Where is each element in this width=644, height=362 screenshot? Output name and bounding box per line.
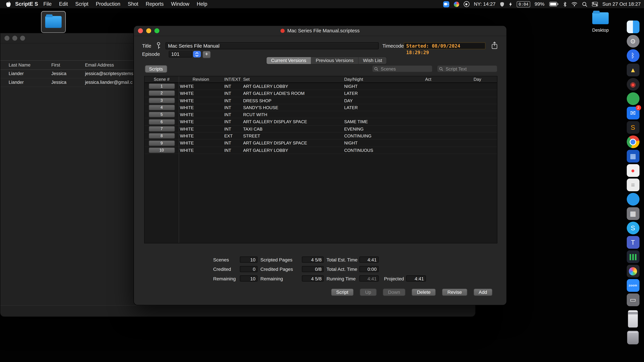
credited-pages-value[interactable]: 0/8 [302, 266, 324, 272]
projected-value[interactable]: 4:41 [406, 275, 426, 282]
close-button[interactable] [138, 28, 143, 33]
desktop-folder[interactable]: Desktop [591, 12, 610, 32]
menu-shot[interactable]: Shot [124, 1, 142, 7]
shield-icon[interactable] [500, 1, 505, 7]
trash-icon[interactable] [627, 331, 639, 345]
charts-icon[interactable] [626, 250, 639, 263]
scene-table-body[interactable]: 1WHITEINTART GALLERY LOBBYNIGHT2WHITEINT… [144, 83, 497, 154]
column-header[interactable]: Day/Night [343, 76, 424, 83]
delete-button[interactable]: Delete [412, 289, 436, 296]
column-header[interactable]: Scene # [144, 76, 178, 83]
zoom-icon[interactable]: zoom [626, 279, 639, 292]
selected-folder-icon[interactable] [41, 11, 66, 33]
tab-current-versions[interactable]: Current Versions [266, 57, 311, 64]
skype-icon[interactable]: S [626, 222, 639, 234]
zoom-button[interactable] [20, 36, 25, 40]
wifi-icon[interactable] [571, 2, 578, 6]
down-button[interactable]: Down [383, 289, 406, 296]
scene-number-button[interactable]: 8 [148, 133, 175, 139]
column-header[interactable]: First [51, 61, 60, 69]
scene-row[interactable]: 7WHITEINTTAXI CABEVENING [144, 125, 497, 133]
bluetooth-exchange-icon[interactable]: ᛒ [626, 49, 639, 62]
system-settings-icon[interactable]: ⚙ [626, 35, 639, 48]
record-timer[interactable]: 0:04 [517, 1, 530, 7]
remaining-value[interactable]: 10 [240, 275, 258, 282]
scripts-button[interactable]: Scripts [145, 65, 167, 72]
menu-reports[interactable]: Reports [142, 1, 167, 7]
column-header[interactable]: Revision [178, 76, 223, 83]
menu-edit[interactable]: Edit [55, 1, 72, 7]
notes-icon[interactable]: ≡ [626, 178, 639, 191]
battery-icon[interactable] [549, 2, 558, 6]
remote-desktop-icon[interactable]: ▭ [626, 294, 639, 306]
app-menu-title[interactable]: ScriptE S [15, 1, 38, 7]
scene-number-button[interactable]: 6 [148, 119, 175, 124]
column-header[interactable]: Day [472, 76, 497, 83]
scripte-icon[interactable]: S [626, 121, 639, 134]
add-episode-button[interactable]: + [202, 51, 211, 58]
titlebar[interactable]: Mac Series File Manual.scriptess [134, 26, 506, 36]
remaining-pages-value[interactable]: 4 5/8 [302, 275, 324, 282]
menu-script[interactable]: Script [72, 1, 92, 7]
scene-row[interactable]: 6WHITEINTART GALLERY DISPLAY SPACESAME T… [144, 118, 497, 125]
column-header[interactable]: INT/EXT [223, 76, 242, 83]
chrome-icon[interactable] [626, 135, 639, 148]
timecode-field[interactable]: Started: 08/09/2024 18:29:29 [404, 42, 485, 49]
script-manual-window[interactable]: Mac Series File Manual.scriptess Title T… [134, 25, 507, 305]
media-player-icon[interactable]: ◉ [626, 78, 639, 91]
script-text-search-input[interactable] [445, 66, 495, 71]
jar-icon[interactable] [628, 310, 638, 328]
scene-number-button[interactable]: 9 [148, 140, 175, 146]
zoom-menubar-icon[interactable] [443, 1, 449, 7]
add-button[interactable]: Add [474, 289, 492, 296]
scene-number-button[interactable]: 4 [148, 105, 175, 110]
close-button[interactable] [4, 36, 10, 40]
google-drive-icon[interactable]: ▲ [626, 64, 639, 76]
scenes-search-input[interactable] [380, 66, 430, 71]
calculator-icon[interactable]: ▦ [626, 207, 639, 220]
up-button[interactable]: Up [360, 289, 376, 296]
running-time-value[interactable]: 4:41 [360, 275, 379, 282]
control-center-icon[interactable] [592, 2, 598, 6]
column-header[interactable]: Last Name [8, 61, 30, 69]
title-input[interactable] [166, 42, 379, 49]
episode-input[interactable] [169, 51, 192, 57]
scene-row[interactable]: 5WHITEINTRCUT WITH [144, 111, 497, 118]
bluetooth-icon[interactable] [563, 1, 567, 7]
menu-production[interactable]: Production [92, 1, 124, 7]
scene-row[interactable]: 2WHITEINTART GALLERY LADIE'S ROOMLATER [144, 90, 497, 97]
revise-button[interactable]: Revise [442, 289, 467, 296]
teams-icon[interactable]: T [626, 236, 639, 249]
scene-row[interactable]: 3WHITEINTDRESS SHOPDAY [144, 97, 497, 104]
script-button[interactable]: Script [331, 289, 354, 296]
scene-number-button[interactable]: 7 [148, 126, 175, 132]
scene-row[interactable]: 8WHITEEXTSTREETCONTINUING [144, 133, 497, 140]
scripted-pages-value[interactable]: 4 5/8 [302, 257, 324, 263]
green-app-icon[interactable] [626, 92, 639, 105]
minimize-button[interactable] [12, 36, 17, 40]
photos-icon[interactable] [626, 265, 639, 278]
menu-file[interactable]: File [40, 1, 55, 7]
acrobat-icon[interactable]: ● [626, 164, 639, 177]
scene-number-button[interactable]: 1 [148, 83, 175, 89]
credited-value[interactable]: 0 [240, 266, 258, 272]
minimize-button[interactable] [146, 28, 151, 33]
scene-row[interactable]: 9WHITEINTART GALLERY DISPLAY SPACENIGHT [144, 140, 497, 147]
blue-grid-app-icon[interactable]: ▦ [626, 150, 639, 163]
scene-row[interactable]: 10WHITEINTART GALLERY LOBBYCONTINUOUS [144, 147, 497, 154]
safari-icon[interactable] [626, 193, 639, 206]
zoom-button[interactable] [154, 28, 159, 33]
tab-wish-list[interactable]: Wish List [358, 57, 386, 64]
scenes-stat-value[interactable]: 10 [240, 257, 258, 263]
scene-row[interactable]: 1WHITEINTART GALLERY LOBBYNIGHT [144, 83, 497, 90]
finder-icon[interactable] [626, 20, 639, 33]
scene-row[interactable]: 4WHITEINTSANDY'S HOUSELATER [144, 104, 497, 111]
total-act-time-value[interactable]: 0:00 [360, 266, 379, 272]
spotlight-icon[interactable] [582, 1, 587, 7]
column-header[interactable]: Email Address [85, 61, 114, 69]
scene-number-button[interactable]: 2 [148, 90, 175, 96]
scene-number-button[interactable]: 5 [148, 112, 175, 117]
tab-previous-versions[interactable]: Previous Versions [311, 57, 358, 64]
menu-bar-clock[interactable]: Sun 27 Oct 18:27 [602, 1, 641, 7]
column-header[interactable]: Set [242, 76, 343, 83]
